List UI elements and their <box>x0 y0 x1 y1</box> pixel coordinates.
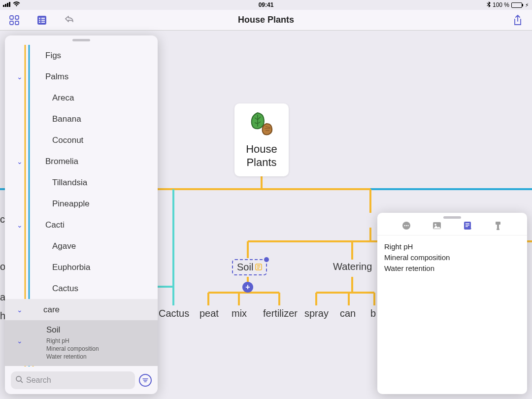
node-spray[interactable]: spray <box>304 308 329 319</box>
tab-style-icon[interactable] <box>493 220 503 231</box>
battery-icon <box>511 2 523 8</box>
drag-handle-icon[interactable] <box>443 216 461 219</box>
sidebar-item-euphorbia[interactable]: Euphorbia <box>5 257 158 278</box>
sidebar-item-banana[interactable]: Banana <box>5 108 158 130</box>
svg-rect-25 <box>497 225 499 229</box>
sidebar-item-label: care <box>43 305 60 315</box>
tab-notes-icon[interactable] <box>462 220 473 231</box>
node-soil[interactable]: Soil <box>232 259 267 275</box>
sidebar-item-coconut[interactable]: Coconut <box>5 130 158 151</box>
search-input[interactable]: Search <box>11 371 135 389</box>
note-icon <box>255 262 262 273</box>
sidebar-item-bromelia[interactable]: ⌄Bromelia <box>5 151 158 172</box>
sidebar-item-label: Pineapple <box>52 199 90 209</box>
sidebar-item-tillandsia[interactable]: Tillandsia <box>5 172 158 193</box>
sidebar-item-cacti[interactable]: ⌄Cacti <box>5 214 158 235</box>
bluetooth-icon <box>487 1 491 9</box>
svg-rect-6 <box>10 21 13 25</box>
svg-rect-26 <box>497 229 499 230</box>
svg-rect-12 <box>41 20 45 21</box>
svg-rect-11 <box>39 20 40 21</box>
toolbar: House Plants <box>0 10 532 31</box>
svg-point-20 <box>407 225 408 226</box>
node-mix[interactable]: mix <box>232 308 247 319</box>
svg-point-16 <box>16 376 21 381</box>
battery-text: 100 % <box>493 1 509 8</box>
sidebar-item-pineapple[interactable]: Pineapple <box>5 193 158 214</box>
leaf-icon <box>248 111 275 138</box>
sidebar-item-label: Cacti <box>45 220 65 230</box>
sidebar-item-label: Euphorbia <box>52 263 91 272</box>
sidebar-item-label: Banana <box>52 114 81 124</box>
status-time: 09:41 <box>178 1 354 8</box>
sidebar-item-label: Agave <box>52 241 76 251</box>
root-node-title: House Plants <box>246 142 277 169</box>
sidebar-item-label: Coconut <box>52 135 83 145</box>
node-peat[interactable]: peat <box>200 308 219 319</box>
svg-rect-2 <box>7 3 8 7</box>
sidebar-item-figs[interactable]: Figs <box>5 45 158 66</box>
tab-image-icon[interactable] <box>432 220 442 231</box>
grid-view-icon[interactable] <box>9 15 20 26</box>
search-placeholder: Search <box>26 376 51 385</box>
cell-signal-icon <box>3 1 11 8</box>
add-child-button[interactable]: + <box>242 282 253 293</box>
svg-point-19 <box>406 225 407 226</box>
filter-button[interactable] <box>139 374 152 387</box>
sidebar-item-notes: Right pH Mineral composition Water reten… <box>46 337 99 361</box>
undo-icon[interactable] <box>64 15 75 26</box>
sidebar-item-label: Figs <box>45 51 61 61</box>
svg-rect-1 <box>5 4 6 7</box>
sidebar-item-label: Cactus <box>52 284 78 294</box>
node-b-cut[interactable]: b <box>370 308 376 319</box>
charging-icon: ⚡︎ <box>525 2 529 8</box>
notes-body[interactable]: Right pH Mineral composition Water reten… <box>377 235 527 279</box>
svg-rect-7 <box>15 21 19 25</box>
node-soil-label: Soil <box>237 262 253 273</box>
share-icon[interactable] <box>512 15 523 26</box>
node-can[interactable]: can <box>340 308 356 319</box>
chevron-down-icon[interactable]: ⌄ <box>17 306 23 314</box>
page-title: House Plants <box>0 15 532 25</box>
node-cactus[interactable]: Cactus <box>159 308 189 319</box>
selection-indicator-icon <box>264 257 269 262</box>
wifi-icon <box>13 1 20 8</box>
drag-handle-icon[interactable] <box>72 39 90 41</box>
chevron-down-icon[interactable]: ⌄ <box>17 73 23 81</box>
sidebar-item-cactus[interactable]: Cactus <box>5 278 158 299</box>
sidebar-item-areca[interactable]: Areca <box>5 87 158 108</box>
sidebar-item-care[interactable]: ⌄care <box>5 299 158 320</box>
search-row: Search <box>5 366 158 394</box>
svg-rect-13 <box>39 22 40 23</box>
root-node[interactable]: House Plants <box>234 103 289 176</box>
node-watering[interactable]: Watering <box>333 261 372 272</box>
svg-point-18 <box>404 225 405 226</box>
svg-point-22 <box>434 224 436 226</box>
sidebar-item-soil[interactable]: ⌄ Soil Right pH Mineral composition Wate… <box>5 320 158 366</box>
sidebar-item-palms[interactable]: ⌄Palms <box>5 66 158 87</box>
sidebar-item-agave[interactable]: Agave <box>5 235 158 257</box>
node-fertilizer[interactable]: fertilizer <box>263 308 298 319</box>
svg-rect-5 <box>15 16 19 19</box>
svg-rect-3 <box>9 2 10 7</box>
svg-rect-0 <box>3 5 4 7</box>
tab-more-icon[interactable] <box>401 220 412 231</box>
outline-view-icon[interactable] <box>36 15 47 26</box>
svg-rect-9 <box>39 18 40 19</box>
sidebar-item-label: Palms <box>45 72 68 82</box>
outline-tree[interactable]: Figs ⌄Palms Areca Banana Coconut ⌄Bromel… <box>5 45 158 366</box>
notes-tabs <box>377 213 527 235</box>
outline-sidebar: Figs ⌄Palms Areca Banana Coconut ⌄Bromel… <box>5 35 158 394</box>
notes-panel: Right pH Mineral composition Water reten… <box>377 213 527 394</box>
chevron-down-icon[interactable]: ⌄ <box>17 221 23 229</box>
svg-rect-10 <box>41 18 45 19</box>
svg-rect-24 <box>496 222 500 225</box>
chevron-down-icon[interactable]: ⌄ <box>17 158 23 166</box>
chevron-down-icon[interactable]: ⌄ <box>17 337 23 345</box>
sidebar-item-label: Bromelia <box>45 157 78 166</box>
svg-rect-14 <box>41 22 45 23</box>
status-bar: 09:41 100 % ⚡︎ <box>0 0 532 10</box>
sidebar-item-label: Tillandsia <box>52 178 87 188</box>
search-icon <box>16 376 23 385</box>
sidebar-item-label: Areca <box>52 93 74 103</box>
